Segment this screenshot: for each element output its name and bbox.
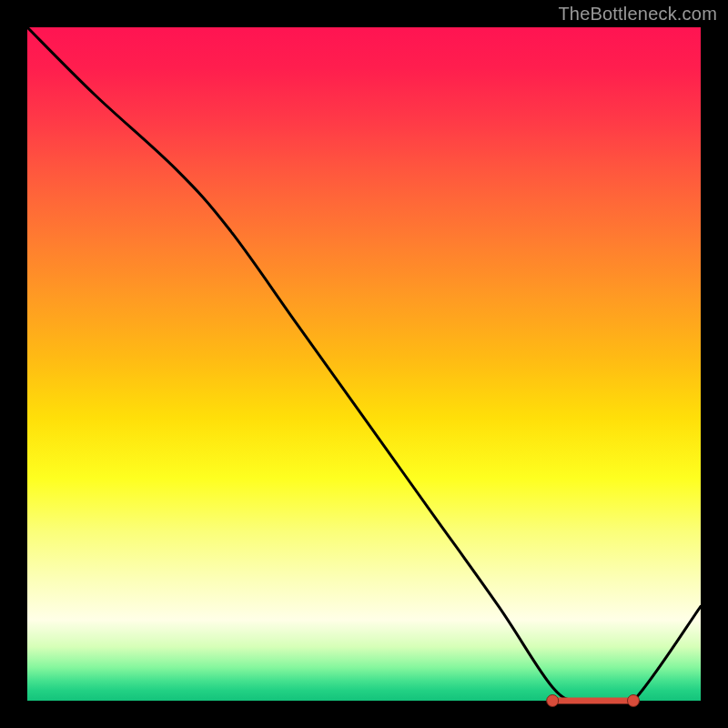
plot-area bbox=[27, 27, 701, 701]
watermark-text: TheBottleneck.com bbox=[558, 4, 717, 25]
flat-segment-bar bbox=[552, 698, 633, 704]
chart-stage: TheBottleneck.com bbox=[0, 0, 728, 728]
bottleneck-curve bbox=[27, 27, 701, 708]
chart-overlay bbox=[27, 27, 701, 701]
